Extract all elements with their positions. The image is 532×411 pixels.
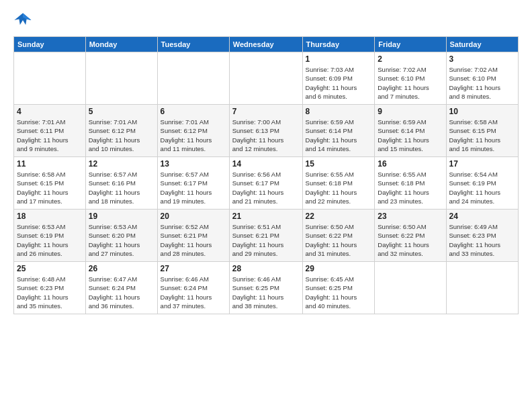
day-detail: Sunrise: 6:50 AM Sunset: 6:22 PM Dayligh… xyxy=(306,222,372,258)
day-number: 5 xyxy=(89,107,154,116)
day-detail: Sunrise: 7:02 AM Sunset: 6:10 PM Dayligh… xyxy=(449,65,516,101)
calendar-cell: 27Sunrise: 6:46 AM Sunset: 6:24 PM Dayli… xyxy=(157,262,229,314)
day-detail: Sunrise: 6:45 AM Sunset: 6:25 PM Dayligh… xyxy=(306,275,372,310)
calendar-cell: 8Sunrise: 6:59 AM Sunset: 6:14 PM Daylig… xyxy=(302,105,375,157)
calendar-cell: 3Sunrise: 7:02 AM Sunset: 6:10 PM Daylig… xyxy=(446,52,519,105)
calendar-cell: 13Sunrise: 6:57 AM Sunset: 6:17 PM Dayli… xyxy=(157,157,229,210)
calendar-cell: 23Sunrise: 6:50 AM Sunset: 6:22 PM Dayli… xyxy=(375,210,446,262)
calendar-cell: 7Sunrise: 7:00 AM Sunset: 6:13 PM Daylig… xyxy=(229,105,302,157)
day-detail: Sunrise: 6:51 AM Sunset: 6:21 PM Dayligh… xyxy=(232,222,300,258)
day-number: 16 xyxy=(378,159,443,169)
day-detail: Sunrise: 6:58 AM Sunset: 6:15 PM Dayligh… xyxy=(17,170,83,205)
day-detail: Sunrise: 6:55 AM Sunset: 6:18 PM Dayligh… xyxy=(378,170,443,205)
logo xyxy=(13,11,35,30)
day-detail: Sunrise: 6:46 AM Sunset: 6:25 PM Dayligh… xyxy=(232,275,300,310)
calendar-cell: 21Sunrise: 6:51 AM Sunset: 6:21 PM Dayli… xyxy=(229,210,302,262)
day-number: 18 xyxy=(17,212,83,221)
day-detail: Sunrise: 6:52 AM Sunset: 6:21 PM Dayligh… xyxy=(161,222,226,258)
calendar-cell: 25Sunrise: 6:48 AM Sunset: 6:23 PM Dayli… xyxy=(14,262,86,314)
day-detail: Sunrise: 6:56 AM Sunset: 6:17 PM Dayligh… xyxy=(232,170,300,205)
calendar-week-4: 25Sunrise: 6:48 AM Sunset: 6:23 PM Dayli… xyxy=(14,262,519,314)
day-detail: Sunrise: 6:50 AM Sunset: 6:22 PM Dayligh… xyxy=(378,222,443,258)
day-number: 28 xyxy=(232,264,300,273)
calendar-cell: 5Sunrise: 7:01 AM Sunset: 6:12 PM Daylig… xyxy=(85,105,157,157)
calendar-cell: 10Sunrise: 6:58 AM Sunset: 6:15 PM Dayli… xyxy=(446,105,519,157)
calendar-cell: 14Sunrise: 6:56 AM Sunset: 6:17 PM Dayli… xyxy=(229,157,302,210)
calendar-cell xyxy=(14,52,86,105)
calendar-cell: 28Sunrise: 6:46 AM Sunset: 6:25 PM Dayli… xyxy=(229,262,302,314)
header-row: SundayMondayTuesdayWednesdayThursdayFrid… xyxy=(14,37,519,52)
calendar-table: SundayMondayTuesdayWednesdayThursdayFrid… xyxy=(13,36,519,314)
day-detail: Sunrise: 6:54 AM Sunset: 6:19 PM Dayligh… xyxy=(449,170,516,205)
calendar-week-1: 4Sunrise: 7:01 AM Sunset: 6:11 PM Daylig… xyxy=(14,105,519,157)
day-number: 3 xyxy=(449,54,516,64)
calendar-cell: 15Sunrise: 6:55 AM Sunset: 6:18 PM Dayli… xyxy=(302,157,375,210)
calendar-cell: 11Sunrise: 6:58 AM Sunset: 6:15 PM Dayli… xyxy=(14,157,86,210)
header-cell-thursday: Thursday xyxy=(302,37,375,52)
day-number: 15 xyxy=(306,159,372,169)
calendar-week-2: 11Sunrise: 6:58 AM Sunset: 6:15 PM Dayli… xyxy=(14,157,519,210)
day-number: 24 xyxy=(449,212,516,221)
day-number: 1 xyxy=(306,54,372,64)
calendar-cell: 18Sunrise: 6:53 AM Sunset: 6:19 PM Dayli… xyxy=(14,210,86,262)
calendar-cell: 2Sunrise: 7:02 AM Sunset: 6:10 PM Daylig… xyxy=(375,52,446,105)
day-number: 4 xyxy=(17,107,83,116)
day-detail: Sunrise: 6:55 AM Sunset: 6:18 PM Dayligh… xyxy=(306,170,372,205)
calendar-cell: 29Sunrise: 6:45 AM Sunset: 6:25 PM Dayli… xyxy=(302,262,375,314)
calendar-cell xyxy=(229,52,302,105)
calendar-week-0: 1Sunrise: 7:03 AM Sunset: 6:09 PM Daylig… xyxy=(14,52,519,105)
calendar-cell: 22Sunrise: 6:50 AM Sunset: 6:22 PM Dayli… xyxy=(302,210,375,262)
day-detail: Sunrise: 6:47 AM Sunset: 6:24 PM Dayligh… xyxy=(89,275,154,310)
day-number: 19 xyxy=(89,212,154,221)
day-detail: Sunrise: 7:01 AM Sunset: 6:11 PM Dayligh… xyxy=(17,118,83,153)
calendar-cell xyxy=(446,262,519,314)
calendar-cell: 20Sunrise: 6:52 AM Sunset: 6:21 PM Dayli… xyxy=(157,210,229,262)
day-detail: Sunrise: 7:01 AM Sunset: 6:12 PM Dayligh… xyxy=(89,118,154,153)
day-detail: Sunrise: 6:58 AM Sunset: 6:15 PM Dayligh… xyxy=(449,118,516,153)
day-number: 6 xyxy=(161,107,226,116)
day-number: 10 xyxy=(449,107,516,116)
calendar-cell: 19Sunrise: 6:53 AM Sunset: 6:20 PM Dayli… xyxy=(85,210,157,262)
day-detail: Sunrise: 7:03 AM Sunset: 6:09 PM Dayligh… xyxy=(306,65,372,101)
day-detail: Sunrise: 7:01 AM Sunset: 6:12 PM Dayligh… xyxy=(161,118,226,153)
day-number: 17 xyxy=(449,159,516,169)
day-number: 29 xyxy=(306,264,372,273)
calendar-cell: 4Sunrise: 7:01 AM Sunset: 6:11 PM Daylig… xyxy=(14,105,86,157)
day-detail: Sunrise: 6:57 AM Sunset: 6:16 PM Dayligh… xyxy=(89,170,154,205)
day-detail: Sunrise: 6:49 AM Sunset: 6:23 PM Dayligh… xyxy=(449,222,516,258)
calendar-cell: 17Sunrise: 6:54 AM Sunset: 6:19 PM Dayli… xyxy=(446,157,519,210)
logo-icon xyxy=(13,11,32,30)
calendar-cell: 24Sunrise: 6:49 AM Sunset: 6:23 PM Dayli… xyxy=(446,210,519,262)
day-number: 8 xyxy=(306,107,372,116)
day-number: 25 xyxy=(17,264,83,273)
day-detail: Sunrise: 6:53 AM Sunset: 6:20 PM Dayligh… xyxy=(89,222,154,258)
calendar-cell: 1Sunrise: 7:03 AM Sunset: 6:09 PM Daylig… xyxy=(302,52,375,105)
header xyxy=(13,11,519,30)
header-cell-saturday: Saturday xyxy=(446,37,519,52)
day-detail: Sunrise: 6:57 AM Sunset: 6:17 PM Dayligh… xyxy=(161,170,226,205)
calendar-cell: 16Sunrise: 6:55 AM Sunset: 6:18 PM Dayli… xyxy=(375,157,446,210)
calendar-cell xyxy=(85,52,157,105)
header-cell-sunday: Sunday xyxy=(14,37,86,52)
day-detail: Sunrise: 6:59 AM Sunset: 6:14 PM Dayligh… xyxy=(306,118,372,153)
day-detail: Sunrise: 6:59 AM Sunset: 6:14 PM Dayligh… xyxy=(378,118,443,153)
day-number: 11 xyxy=(17,159,83,169)
day-number: 23 xyxy=(378,212,443,221)
day-number: 12 xyxy=(89,159,154,169)
day-detail: Sunrise: 6:48 AM Sunset: 6:23 PM Dayligh… xyxy=(17,275,83,310)
day-number: 7 xyxy=(232,107,300,116)
day-number: 22 xyxy=(306,212,372,221)
day-detail: Sunrise: 7:02 AM Sunset: 6:10 PM Dayligh… xyxy=(378,65,443,101)
day-number: 2 xyxy=(378,54,443,64)
day-detail: Sunrise: 6:46 AM Sunset: 6:24 PM Dayligh… xyxy=(161,275,226,310)
header-cell-wednesday: Wednesday xyxy=(229,37,302,52)
day-number: 26 xyxy=(89,264,154,273)
day-detail: Sunrise: 7:00 AM Sunset: 6:13 PM Dayligh… xyxy=(232,118,300,153)
header-cell-monday: Monday xyxy=(85,37,157,52)
calendar-cell xyxy=(375,262,446,314)
day-detail: Sunrise: 6:53 AM Sunset: 6:19 PM Dayligh… xyxy=(17,222,83,258)
calendar-cell: 26Sunrise: 6:47 AM Sunset: 6:24 PM Dayli… xyxy=(85,262,157,314)
calendar-cell: 9Sunrise: 6:59 AM Sunset: 6:14 PM Daylig… xyxy=(375,105,446,157)
day-number: 14 xyxy=(232,159,300,169)
day-number: 27 xyxy=(161,264,226,273)
